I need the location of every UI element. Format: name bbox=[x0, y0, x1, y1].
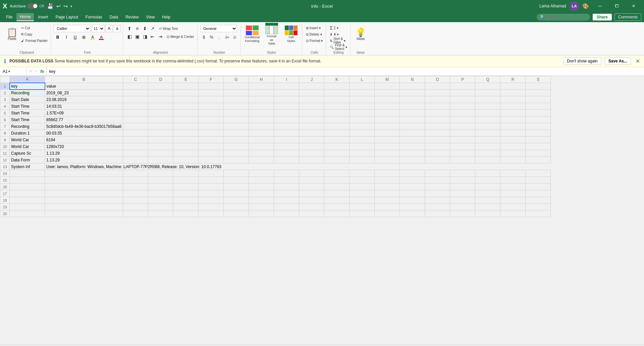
autosave-control[interactable]: AutoSave Off bbox=[10, 3, 44, 9]
row-header-16[interactable]: 16 bbox=[0, 184, 10, 190]
cell-K9[interactable] bbox=[324, 137, 350, 143]
cell-B17[interactable] bbox=[45, 190, 123, 197]
row-header-17[interactable]: 17 bbox=[0, 190, 10, 197]
cell-P16[interactable] bbox=[450, 184, 475, 190]
cell-B15[interactable] bbox=[45, 177, 123, 184]
row-header-20[interactable]: 20 bbox=[0, 210, 10, 217]
cell-M15[interactable] bbox=[375, 177, 400, 184]
cell-L19[interactable] bbox=[350, 204, 375, 210]
cell-C1[interactable] bbox=[123, 83, 148, 90]
cell-F9[interactable] bbox=[199, 137, 224, 143]
cell-D10[interactable] bbox=[148, 143, 173, 150]
cell-F3[interactable] bbox=[199, 96, 224, 103]
cell-Q20[interactable] bbox=[475, 210, 500, 217]
save-icon[interactable]: 💾 bbox=[47, 3, 54, 9]
cell-E17[interactable] bbox=[173, 190, 199, 197]
col-header-F[interactable]: F bbox=[199, 76, 224, 83]
cell-O10[interactable] bbox=[425, 143, 450, 150]
cell-K4[interactable] bbox=[324, 103, 350, 110]
cell-L15[interactable] bbox=[350, 177, 375, 184]
cell-S20[interactable] bbox=[526, 210, 551, 217]
cell-L9[interactable] bbox=[350, 137, 375, 143]
cell-N14[interactable] bbox=[400, 170, 425, 177]
menu-file[interactable]: File bbox=[3, 13, 16, 21]
cell-K2[interactable] bbox=[324, 90, 350, 96]
cell-S18[interactable] bbox=[526, 197, 551, 204]
cell-N2[interactable] bbox=[400, 90, 425, 96]
cell-O9[interactable] bbox=[425, 137, 450, 143]
cell-C7[interactable] bbox=[123, 123, 148, 130]
cell-L8[interactable] bbox=[350, 130, 375, 137]
formula-function-icon[interactable]: fx bbox=[40, 69, 44, 74]
cell-G9[interactable] bbox=[224, 137, 249, 143]
cell-O7[interactable] bbox=[425, 123, 450, 130]
cell-S9[interactable] bbox=[526, 137, 551, 143]
fill-color-button[interactable]: A bbox=[89, 34, 97, 41]
cell-C9[interactable] bbox=[123, 137, 148, 143]
row-header-9[interactable]: 9 bbox=[0, 137, 10, 143]
cell-A10[interactable]: World Car bbox=[10, 143, 45, 150]
cell-Q12[interactable] bbox=[475, 157, 500, 163]
cell-P6[interactable] bbox=[450, 116, 475, 123]
col-header-B[interactable]: B bbox=[45, 76, 123, 83]
cell-N9[interactable] bbox=[400, 137, 425, 143]
cell-L6[interactable] bbox=[350, 116, 375, 123]
restore-button[interactable]: ⧠ bbox=[609, 0, 625, 12]
cell-F16[interactable] bbox=[199, 184, 224, 190]
cell-K7[interactable] bbox=[324, 123, 350, 130]
cell-D18[interactable] bbox=[148, 197, 173, 204]
cell-I8[interactable] bbox=[274, 130, 299, 137]
cell-L18[interactable] bbox=[350, 197, 375, 204]
row-header-11[interactable]: 11 bbox=[0, 150, 10, 157]
cell-E2[interactable] bbox=[173, 90, 199, 96]
cell-P20[interactable] bbox=[450, 210, 475, 217]
col-header-S[interactable]: S bbox=[526, 76, 551, 83]
cell-P8[interactable] bbox=[450, 130, 475, 137]
cell-G10[interactable] bbox=[224, 143, 249, 150]
cell-G8[interactable] bbox=[224, 130, 249, 137]
cell-A4[interactable]: Start Time bbox=[10, 103, 45, 110]
cell-D7[interactable] bbox=[148, 123, 173, 130]
delete-button[interactable]: ⊟ Delete ▾ bbox=[305, 31, 323, 37]
cell-G18[interactable] bbox=[224, 197, 249, 204]
share-button[interactable]: Share bbox=[593, 14, 612, 20]
cell-A16[interactable] bbox=[10, 184, 45, 190]
cell-F18[interactable] bbox=[199, 197, 224, 204]
decimal-dec-button[interactable]: .0- bbox=[231, 34, 238, 41]
quick-access-dropdown[interactable]: ▾ bbox=[70, 4, 72, 8]
formula-cancel-icon[interactable]: ✕ bbox=[29, 69, 33, 74]
cell-A7[interactable]: Recording bbox=[10, 123, 45, 130]
cell-N15[interactable] bbox=[400, 177, 425, 184]
cell-K8[interactable] bbox=[324, 130, 350, 137]
cell-O5[interactable] bbox=[425, 110, 450, 116]
cell-D4[interactable] bbox=[148, 103, 173, 110]
row-header-19[interactable]: 19 bbox=[0, 204, 10, 210]
menu-review[interactable]: Review bbox=[122, 13, 142, 21]
cell-M8[interactable] bbox=[375, 130, 400, 137]
cell-P14[interactable] bbox=[450, 170, 475, 177]
cell-C4[interactable] bbox=[123, 103, 148, 110]
cell-E20[interactable] bbox=[173, 210, 199, 217]
cell-M12[interactable] bbox=[375, 157, 400, 163]
cell-H14[interactable] bbox=[249, 170, 274, 177]
col-header-N[interactable]: N bbox=[400, 76, 425, 83]
cell-K15[interactable] bbox=[324, 177, 350, 184]
menu-home[interactable]: Home bbox=[16, 13, 34, 21]
cell-C6[interactable] bbox=[123, 116, 148, 123]
cell-Q17[interactable] bbox=[475, 190, 500, 197]
font-family-select[interactable]: Calibri bbox=[54, 25, 91, 32]
comma-button[interactable]: , bbox=[216, 34, 223, 41]
bold-button[interactable]: B bbox=[54, 34, 62, 41]
cell-J20[interactable] bbox=[299, 210, 324, 217]
row-header-13[interactable]: 13 bbox=[0, 163, 10, 170]
cell-N19[interactable] bbox=[400, 204, 425, 210]
number-format-select[interactable]: General bbox=[200, 25, 237, 32]
cell-F1[interactable] bbox=[199, 83, 224, 90]
cell-Q16[interactable] bbox=[475, 184, 500, 190]
indent-decrease-button[interactable]: ⇤ bbox=[149, 33, 156, 40]
cell-J2[interactable] bbox=[299, 90, 324, 96]
cell-N3[interactable] bbox=[400, 96, 425, 103]
cell-Q10[interactable] bbox=[475, 143, 500, 150]
col-header-P[interactable]: P bbox=[450, 76, 475, 83]
cell-J8[interactable] bbox=[299, 130, 324, 137]
